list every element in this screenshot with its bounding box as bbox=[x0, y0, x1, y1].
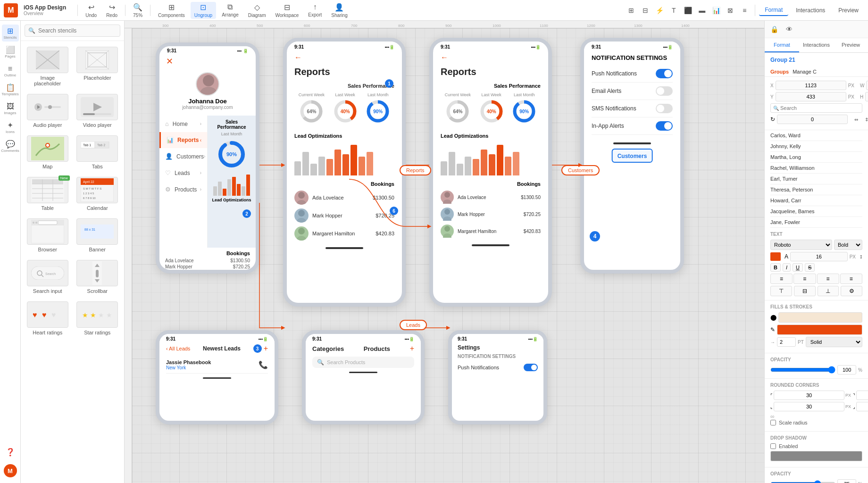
split-tool[interactable]: ⊠ bbox=[724, 4, 737, 17]
corner-br-input[interactable] bbox=[856, 402, 868, 411]
scale-radius-checkbox[interactable] bbox=[770, 420, 776, 425]
back-all-leads[interactable]: ‹ All Leads bbox=[166, 346, 190, 351]
sidebar-icon-images[interactable]: 🖼 Images bbox=[2, 100, 19, 117]
phone1-close[interactable]: ✕ bbox=[166, 56, 173, 67]
sidebar-icon-outline[interactable]: ≡ Outline bbox=[2, 62, 19, 79]
sidebar-icon-templates[interactable]: 📋 Templates bbox=[2, 81, 19, 98]
underline-btn[interactable]: U bbox=[793, 263, 803, 272]
menu-customers[interactable]: 👤 Customers › bbox=[159, 148, 207, 165]
stencil-tabs[interactable]: Tab 1 Tab 2 Tabs bbox=[75, 133, 121, 171]
align-left[interactable]: ⬛ bbox=[681, 4, 694, 17]
tab-preview[interactable]: Preview bbox=[834, 38, 868, 52]
opacity-input[interactable] bbox=[837, 365, 856, 375]
angle-input[interactable] bbox=[777, 115, 848, 124]
tab-format[interactable]: Format bbox=[759, 5, 788, 16]
menu-home[interactable]: ⌂ Home › bbox=[159, 116, 207, 132]
shadow-opacity-slider[interactable] bbox=[770, 480, 835, 483]
components-button[interactable]: ⊞ Components bbox=[154, 2, 189, 19]
bold-btn[interactable]: B bbox=[770, 263, 781, 272]
stroke-type-select[interactable]: Solid Dashed Dotted bbox=[806, 337, 862, 347]
font-weight-select[interactable]: Bold bbox=[834, 240, 862, 250]
add-lead[interactable]: + bbox=[264, 344, 268, 353]
name-howard[interactable]: Howard, Carr bbox=[770, 195, 862, 206]
align-justify-btn[interactable]: ≡ bbox=[840, 274, 862, 284]
sidebar-icon-comments[interactable]: 💬 Comments bbox=[2, 138, 19, 155]
stencil-search-input[interactable]: Search Search input bbox=[25, 258, 71, 296]
stencil-browser[interactable]: Browser bbox=[25, 217, 71, 254]
settings-push-toggle[interactable] bbox=[524, 364, 538, 371]
stencil-table[interactable]: New Table bbox=[25, 175, 71, 213]
menu-reports-active[interactable]: 📊 Reports ‹ bbox=[159, 132, 207, 148]
stencil-image-placeholder[interactable]: Image placeholder bbox=[25, 45, 71, 88]
w-input[interactable] bbox=[866, 81, 868, 90]
corner-bl-input[interactable] bbox=[774, 402, 844, 411]
stencil-heart-ratings[interactable]: ♥ ♥ ♥ Heart ratings bbox=[25, 300, 71, 337]
tab-preview[interactable]: Preview bbox=[833, 5, 864, 16]
stencil-placeholder[interactable]: Placeholder bbox=[75, 45, 121, 88]
tab-interactions[interactable]: Interactions bbox=[790, 5, 831, 16]
corner-tl-input[interactable] bbox=[774, 391, 844, 400]
tab-format[interactable]: Format bbox=[765, 38, 799, 52]
menu-products[interactable]: ⚙ Products › bbox=[159, 181, 207, 198]
call-icon[interactable]: 📞 bbox=[259, 360, 268, 369]
stencil-scrollbar[interactable]: Scrollbar bbox=[75, 258, 121, 296]
redo-button[interactable]: ↪ Redo bbox=[102, 2, 121, 19]
align-tool[interactable]: ⊞ bbox=[625, 4, 638, 17]
stencil-video-player[interactable]: Video player bbox=[75, 92, 121, 130]
phone2-back[interactable]: ← bbox=[294, 53, 302, 62]
flip-v[interactable]: ⇕ bbox=[862, 115, 868, 124]
canvas-content[interactable]: 9:31 ▪▪▪🔋 ✕ Johanna Doe johanna@company.… bbox=[132, 28, 764, 483]
stencil-audio-player[interactable]: Audio player bbox=[25, 92, 71, 130]
shadow-enabled-checkbox[interactable] bbox=[770, 443, 776, 449]
workspace-button[interactable]: ⊟ Workspace bbox=[272, 2, 303, 19]
stencil-calendar[interactable]: April 22 S M T W T F S 1 2 3 4 5 6 7 8 9… bbox=[75, 175, 121, 213]
add-product[interactable]: + bbox=[410, 344, 414, 353]
align-center-btn[interactable]: ≡ bbox=[793, 274, 816, 284]
diagram-button[interactable]: ◇ Diagram bbox=[244, 2, 270, 19]
tab-interactions[interactable]: Interactions bbox=[799, 38, 834, 52]
italic-btn[interactable]: I bbox=[783, 263, 791, 272]
app-toggle[interactable] bbox=[656, 121, 673, 131]
name-jacqueline[interactable]: Jacqueline, Barnes bbox=[770, 206, 862, 217]
visibility-icon[interactable]: 👁 bbox=[783, 23, 796, 36]
valign-middle-btn[interactable]: ⊟ bbox=[794, 286, 816, 296]
stencil-banner[interactable]: 88 x 31 Banner bbox=[75, 217, 121, 254]
sms-toggle[interactable] bbox=[656, 104, 673, 113]
app-logo[interactable]: M bbox=[4, 3, 18, 17]
sidebar-icon-help[interactable]: ❓ bbox=[2, 443, 19, 460]
stroke-color-swatch[interactable] bbox=[777, 325, 862, 335]
bar-chart-tool[interactable]: 📊 bbox=[709, 4, 723, 17]
export-button[interactable]: ↑ Export bbox=[304, 2, 326, 18]
zoom-button[interactable]: 🔍 75% bbox=[129, 2, 146, 19]
valign-top-btn[interactable]: ⊤ bbox=[770, 286, 792, 296]
stencil-map[interactable]: Map bbox=[25, 133, 71, 171]
shadow-opacity-input[interactable] bbox=[837, 479, 856, 483]
sidebar-icon-stencils[interactable]: ⊞ Stencils bbox=[2, 25, 19, 42]
stroke-width-input[interactable] bbox=[777, 337, 796, 347]
align-left-btn[interactable]: ≡ bbox=[770, 274, 793, 284]
fill-color-1[interactable] bbox=[778, 312, 862, 323]
sharing-button[interactable]: 👤 Sharing bbox=[327, 2, 351, 19]
name-rachel[interactable]: Rachel, Williamson bbox=[770, 163, 862, 174]
push-toggle[interactable] bbox=[656, 69, 673, 78]
name-earl[interactable]: Earl, Turner bbox=[770, 174, 862, 184]
shadow-color[interactable] bbox=[770, 451, 862, 461]
stencils-search-input[interactable] bbox=[25, 25, 120, 37]
name-theresa[interactable]: Theresa, Peterson bbox=[770, 184, 862, 195]
name-martha[interactable]: Martha, Long bbox=[770, 152, 862, 163]
flip-h[interactable]: ⇔ bbox=[851, 115, 861, 124]
arrange-button[interactable]: ⧉ Arrange bbox=[218, 2, 242, 18]
distribute-tool[interactable]: ⊟ bbox=[639, 4, 652, 17]
sidebar-icon-pages[interactable]: ⬜ Pages bbox=[2, 43, 19, 60]
x-input[interactable] bbox=[776, 81, 846, 90]
valign-bottom-btn[interactable]: ⊥ bbox=[818, 286, 839, 296]
name-carlos[interactable]: Carlos, Ward bbox=[770, 130, 862, 141]
strikethrough-btn[interactable]: S bbox=[805, 263, 815, 272]
corner-tr-input[interactable] bbox=[856, 391, 868, 400]
font-size-input[interactable] bbox=[790, 252, 848, 261]
panel-search[interactable] bbox=[770, 103, 862, 113]
opacity-slider[interactable] bbox=[770, 366, 835, 374]
name-johnny[interactable]: Johnny, Kelly bbox=[770, 141, 862, 152]
y-input[interactable] bbox=[776, 92, 846, 101]
ungroup-button[interactable]: ⊡ Ungroup bbox=[191, 2, 216, 19]
